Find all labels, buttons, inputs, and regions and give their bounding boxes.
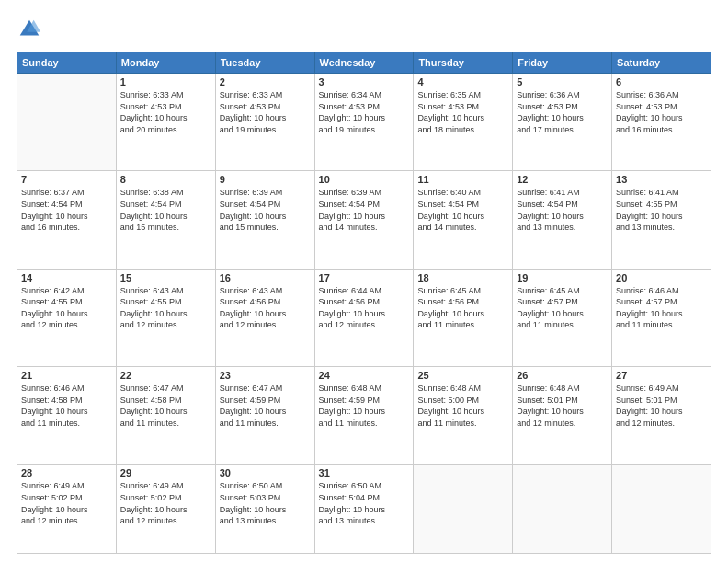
calendar-day-header: Thursday (414, 52, 513, 74)
calendar-cell: 20Sunrise: 6:46 AM Sunset: 4:57 PM Dayli… (612, 269, 711, 366)
calendar-cell: 25Sunrise: 6:48 AM Sunset: 5:00 PM Dayli… (414, 366, 513, 464)
day-info: Sunrise: 6:36 AM Sunset: 4:53 PM Dayligh… (616, 89, 707, 135)
day-info: Sunrise: 6:41 AM Sunset: 4:55 PM Dayligh… (616, 187, 707, 233)
calendar-cell: 23Sunrise: 6:47 AM Sunset: 4:59 PM Dayli… (215, 366, 314, 464)
day-info: Sunrise: 6:47 AM Sunset: 4:59 PM Dayligh… (220, 383, 311, 429)
day-number: 27 (616, 370, 707, 381)
day-number: 21 (21, 370, 112, 381)
calendar-day-header: Friday (513, 52, 612, 74)
calendar-cell: 29Sunrise: 6:49 AM Sunset: 5:02 PM Dayli… (116, 465, 215, 554)
day-number: 29 (120, 467, 211, 478)
day-info: Sunrise: 6:36 AM Sunset: 4:53 PM Dayligh… (517, 89, 608, 135)
day-info: Sunrise: 6:33 AM Sunset: 4:53 PM Dayligh… (220, 89, 311, 135)
calendar-cell: 21Sunrise: 6:46 AM Sunset: 4:58 PM Dayli… (17, 366, 117, 464)
day-info: Sunrise: 6:48 AM Sunset: 4:59 PM Dayligh… (319, 383, 410, 429)
calendar-cell: 31Sunrise: 6:50 AM Sunset: 5:04 PM Dayli… (314, 465, 414, 554)
calendar-cell: 22Sunrise: 6:47 AM Sunset: 4:58 PM Dayli… (116, 366, 215, 464)
logo (17, 17, 46, 42)
day-info: Sunrise: 6:41 AM Sunset: 4:54 PM Dayligh… (517, 187, 608, 233)
calendar-cell (17, 74, 117, 171)
calendar-cell: 17Sunrise: 6:44 AM Sunset: 4:56 PM Dayli… (314, 269, 414, 366)
day-number: 13 (616, 174, 707, 185)
calendar-table: SundayMondayTuesdayWednesdayThursdayFrid… (17, 52, 711, 554)
day-info: Sunrise: 6:39 AM Sunset: 4:54 PM Dayligh… (220, 187, 311, 233)
day-number: 28 (21, 467, 112, 478)
day-number: 3 (319, 76, 410, 87)
day-info: Sunrise: 6:48 AM Sunset: 5:01 PM Dayligh… (517, 383, 608, 429)
day-info: Sunrise: 6:46 AM Sunset: 4:58 PM Dayligh… (21, 383, 112, 429)
calendar-cell: 18Sunrise: 6:45 AM Sunset: 4:56 PM Dayli… (414, 269, 513, 366)
day-info: Sunrise: 6:39 AM Sunset: 4:54 PM Dayligh… (319, 187, 410, 233)
calendar-cell (513, 465, 612, 554)
calendar-cell: 13Sunrise: 6:41 AM Sunset: 4:55 PM Dayli… (612, 171, 711, 269)
day-info: Sunrise: 6:44 AM Sunset: 4:56 PM Dayligh… (319, 285, 410, 331)
calendar-header-row: SundayMondayTuesdayWednesdayThursdayFrid… (17, 52, 711, 74)
calendar-cell: 27Sunrise: 6:49 AM Sunset: 5:01 PM Dayli… (612, 366, 711, 464)
calendar-week-row: 21Sunrise: 6:46 AM Sunset: 4:58 PM Dayli… (17, 366, 711, 464)
day-number: 12 (517, 174, 608, 185)
day-number: 4 (417, 76, 508, 87)
day-number: 5 (517, 76, 608, 87)
day-info: Sunrise: 6:38 AM Sunset: 4:54 PM Dayligh… (120, 187, 211, 233)
day-info: Sunrise: 6:42 AM Sunset: 4:55 PM Dayligh… (21, 285, 112, 331)
day-number: 24 (319, 370, 410, 381)
day-info: Sunrise: 6:47 AM Sunset: 4:58 PM Dayligh… (120, 383, 211, 429)
day-number: 15 (120, 272, 211, 283)
calendar-cell: 26Sunrise: 6:48 AM Sunset: 5:01 PM Dayli… (513, 366, 612, 464)
calendar-cell: 1Sunrise: 6:33 AM Sunset: 4:53 PM Daylig… (116, 74, 215, 171)
calendar-cell: 14Sunrise: 6:42 AM Sunset: 4:55 PM Dayli… (17, 269, 117, 366)
day-info: Sunrise: 6:50 AM Sunset: 5:04 PM Dayligh… (319, 480, 410, 526)
calendar-cell: 3Sunrise: 6:34 AM Sunset: 4:53 PM Daylig… (314, 74, 414, 171)
day-number: 30 (220, 467, 311, 478)
day-number: 17 (319, 272, 410, 283)
calendar-cell: 30Sunrise: 6:50 AM Sunset: 5:03 PM Dayli… (215, 465, 314, 554)
calendar-week-row: 28Sunrise: 6:49 AM Sunset: 5:02 PM Dayli… (17, 465, 711, 554)
calendar-cell: 16Sunrise: 6:43 AM Sunset: 4:56 PM Dayli… (215, 269, 314, 366)
calendar-cell: 15Sunrise: 6:43 AM Sunset: 4:55 PM Dayli… (116, 269, 215, 366)
day-number: 6 (616, 76, 707, 87)
day-number: 23 (220, 370, 311, 381)
calendar-cell: 8Sunrise: 6:38 AM Sunset: 4:54 PM Daylig… (116, 171, 215, 269)
day-number: 31 (319, 467, 410, 478)
day-number: 19 (517, 272, 608, 283)
calendar-cell: 28Sunrise: 6:49 AM Sunset: 5:02 PM Dayli… (17, 465, 117, 554)
day-number: 26 (517, 370, 608, 381)
day-number: 10 (319, 174, 410, 185)
page: SundayMondayTuesdayWednesdayThursdayFrid… (0, 0, 728, 563)
calendar-week-row: 1Sunrise: 6:33 AM Sunset: 4:53 PM Daylig… (17, 74, 711, 171)
day-number: 22 (120, 370, 211, 381)
day-info: Sunrise: 6:33 AM Sunset: 4:53 PM Dayligh… (120, 89, 211, 135)
day-number: 14 (21, 272, 112, 283)
calendar-cell: 11Sunrise: 6:40 AM Sunset: 4:54 PM Dayli… (414, 171, 513, 269)
day-info: Sunrise: 6:43 AM Sunset: 4:56 PM Dayligh… (220, 285, 311, 331)
day-info: Sunrise: 6:43 AM Sunset: 4:55 PM Dayligh… (120, 285, 211, 331)
calendar-cell: 2Sunrise: 6:33 AM Sunset: 4:53 PM Daylig… (215, 74, 314, 171)
day-number: 1 (120, 76, 211, 87)
day-info: Sunrise: 6:45 AM Sunset: 4:56 PM Dayligh… (417, 285, 508, 331)
header (17, 17, 711, 42)
calendar-cell: 10Sunrise: 6:39 AM Sunset: 4:54 PM Dayli… (314, 171, 414, 269)
day-info: Sunrise: 6:49 AM Sunset: 5:01 PM Dayligh… (616, 383, 707, 429)
day-info: Sunrise: 6:40 AM Sunset: 4:54 PM Dayligh… (417, 187, 508, 233)
day-number: 9 (220, 174, 311, 185)
day-number: 16 (220, 272, 311, 283)
calendar-day-header: Sunday (17, 52, 117, 74)
calendar-cell: 4Sunrise: 6:35 AM Sunset: 4:53 PM Daylig… (414, 74, 513, 171)
calendar-cell (414, 465, 513, 554)
day-info: Sunrise: 6:34 AM Sunset: 4:53 PM Dayligh… (319, 89, 410, 135)
day-number: 2 (220, 76, 311, 87)
calendar-day-header: Saturday (612, 52, 711, 74)
calendar-day-header: Tuesday (215, 52, 314, 74)
day-info: Sunrise: 6:50 AM Sunset: 5:03 PM Dayligh… (220, 480, 311, 526)
day-info: Sunrise: 6:49 AM Sunset: 5:02 PM Dayligh… (21, 480, 112, 526)
calendar-cell: 6Sunrise: 6:36 AM Sunset: 4:53 PM Daylig… (612, 74, 711, 171)
calendar-cell (612, 465, 711, 554)
calendar-cell: 19Sunrise: 6:45 AM Sunset: 4:57 PM Dayli… (513, 269, 612, 366)
logo-icon (17, 17, 42, 42)
day-info: Sunrise: 6:48 AM Sunset: 5:00 PM Dayligh… (417, 383, 508, 429)
calendar-cell: 24Sunrise: 6:48 AM Sunset: 4:59 PM Dayli… (314, 366, 414, 464)
day-info: Sunrise: 6:46 AM Sunset: 4:57 PM Dayligh… (616, 285, 707, 331)
day-info: Sunrise: 6:49 AM Sunset: 5:02 PM Dayligh… (120, 480, 211, 526)
calendar-week-row: 7Sunrise: 6:37 AM Sunset: 4:54 PM Daylig… (17, 171, 711, 269)
calendar-week-row: 14Sunrise: 6:42 AM Sunset: 4:55 PM Dayli… (17, 269, 711, 366)
